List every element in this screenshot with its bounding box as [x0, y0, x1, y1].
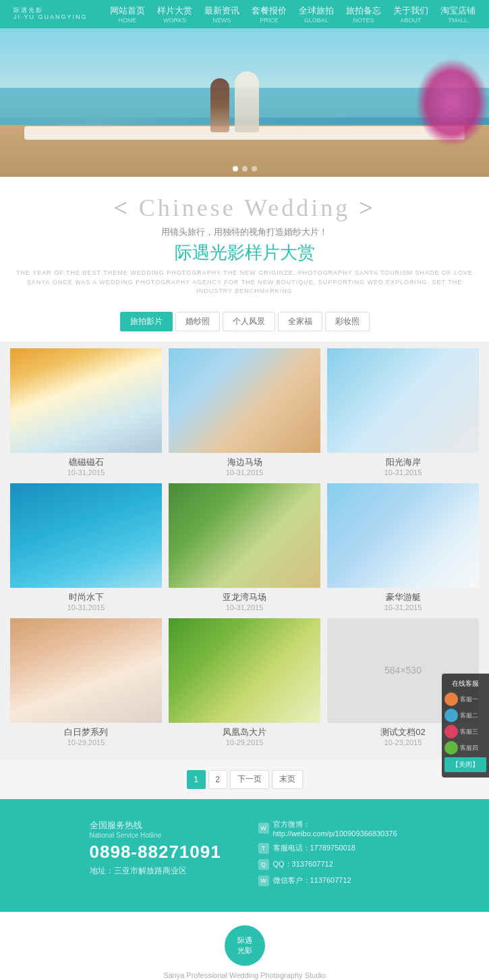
side-widget-avatar-2 — [444, 725, 458, 738]
footer-contact-0: W官方微博：http://weibo.com/p/100909366830376 — [258, 819, 400, 838]
hero-dots — [233, 166, 257, 171]
gallery-item-0-1[interactable]: 海边马场10-31,2015 — [169, 348, 320, 477]
gallery-date: 10-31,2015 — [169, 603, 320, 611]
pagination: 1 2 下一页 末页 — [0, 760, 489, 799]
hero-dot-2[interactable] — [242, 166, 248, 171]
title-section: < Chinese Wedding > 用镜头旅行，用独特的视角打造婚纱大片！ … — [0, 177, 489, 306]
side-widget-item-1[interactable]: 客服二 — [444, 709, 486, 722]
gallery-image-2-1 — [169, 618, 320, 723]
nav-link-网站首页[interactable]: 网站首页HOME — [110, 5, 145, 24]
gallery: 礁磁磁石10-31,2015海边马场10-31,2015阳光海岸10-31,20… — [0, 342, 489, 760]
footer-contact-icon-0: W — [258, 823, 269, 834]
footer-contact-2: QQQ：3137607712 — [258, 859, 400, 870]
footer-contact-text-2: QQ：3137607712 — [273, 859, 333, 869]
page-2-button[interactable]: 2 — [208, 770, 227, 789]
gallery-title: 时尚水下 — [10, 591, 162, 603]
nav-link-旅拍备忘[interactable]: 旅拍备忘NOTES — [346, 5, 381, 24]
gallery-caption-1-0: 时尚水下10-31,2015 — [10, 591, 162, 611]
hotline-label2: National Service Hotline — [90, 832, 231, 839]
footer-contact-3: W微信客户：1137607712 — [258, 875, 400, 886]
footer-contact-icon-1: T — [258, 843, 269, 854]
footer-contact-text-0: 官方微博：http://weibo.com/p/100909366830376 — [273, 819, 400, 838]
gallery-caption-0-0: 礁磁磁石10-31,2015 — [10, 456, 162, 477]
footer-contact-icon-2: Q — [258, 859, 269, 870]
gallery-row-0: 礁磁磁石10-31,2015海边马场10-31,2015阳光海岸10-31,20… — [10, 348, 479, 477]
filter-tabs: 旅拍影片婚纱照个人风景全家福彩妆照 — [0, 306, 489, 342]
gallery-title: 礁磁磁石 — [10, 456, 162, 468]
gallery-title: 阳光海岸 — [327, 456, 479, 468]
hotline-label: 全国服务热线 — [90, 819, 231, 832]
gallery-item-0-0[interactable]: 礁磁磁石10-31,2015 — [10, 348, 162, 477]
footer-contact-1: T客服电话：17789750018 — [258, 843, 400, 854]
footer: 全国服务热线 National Service Hotline 0898-882… — [0, 799, 489, 981]
filter-tab-全家福[interactable]: 全家福 — [278, 312, 322, 331]
filter-tab-彩妆照[interactable]: 彩妆照 — [325, 312, 370, 331]
hero-banner — [0, 28, 489, 177]
side-widget-avatar-3 — [444, 741, 458, 755]
navigation: 际遇光影 JI·YU GUANGYING 网站首页HOME样片大赏WORKS最新… — [0, 0, 489, 28]
gallery-item-1-1[interactable]: 亚龙湾马场10-31,2015 — [169, 483, 320, 611]
footer-left: 全国服务热线 National Service Hotline 0898-882… — [90, 819, 231, 892]
footer-logo: 际遇 光影 — [225, 925, 265, 966]
nav-link-全球旅拍[interactable]: 全球旅拍GLOBAL — [299, 5, 334, 24]
gallery-image-1-2 — [327, 483, 479, 588]
side-widget-name-1: 客服二 — [460, 711, 478, 720]
gallery-date: 10-29,2015 — [10, 738, 162, 746]
gallery-date: 10-29,2015 — [169, 738, 320, 746]
nav-link-套餐报价[interactable]: 套餐报价PRICE — [252, 5, 287, 24]
filter-tab-个人风景[interactable]: 个人风景 — [223, 312, 275, 331]
gallery-date: 10-31,2015 — [327, 468, 479, 477]
side-widget-avatar-0 — [444, 692, 458, 706]
gallery-title: 海边马场 — [169, 456, 320, 468]
gallery-caption-1-2: 豪华游艇10-31,2015 — [327, 591, 479, 611]
side-widget-item-0[interactable]: 客服一 — [444, 692, 486, 706]
gallery-image-0-0 — [10, 348, 162, 453]
filter-tab-旅拍影片[interactable]: 旅拍影片 — [120, 312, 173, 331]
footer-contact-text-3: 微信客户：1137607712 — [273, 875, 351, 886]
filter-tab-婚纱照[interactable]: 婚纱照 — [175, 312, 220, 331]
side-widget-title: 在线客服 — [444, 679, 486, 688]
nav-link-淘宝店铺[interactable]: 淘宝店铺TMALL — [440, 5, 476, 24]
gallery-item-0-2[interactable]: 阳光海岸10-31,2015 — [327, 348, 479, 477]
gallery-image-0-1 — [169, 348, 320, 453]
side-widget: 在线客服 客服一客服二客服三客服四 【关闭】 — [442, 674, 489, 778]
gallery-title: 亚龙湾马场 — [169, 591, 320, 603]
cw-bracket-right: > — [350, 194, 375, 221]
subtitle-cn: 用镜头旅行，用独特的视角打造婚纱大片！ — [13, 226, 476, 238]
page-1-button[interactable]: 1 — [187, 770, 206, 789]
gallery-caption-0-2: 阳光海岸10-31,2015 — [327, 456, 479, 477]
chinese-wedding-title: < Chinese Wedding > — [13, 194, 476, 222]
next-page-button[interactable]: 下一页 — [230, 770, 269, 789]
gallery-item-2-0[interactable]: 白日梦系列10-29,2015 — [10, 618, 162, 746]
gallery-caption-2-1: 凤凰岛大片10-29,2015 — [169, 726, 320, 746]
gallery-date: 10-31,2015 — [169, 468, 320, 477]
logo-sub: JI·YU GUANGYING — [13, 14, 88, 21]
gallery-title: 豪华游艇 — [327, 591, 479, 603]
hero-dot-3[interactable] — [252, 166, 257, 171]
nav-link-样片大赏[interactable]: 样片大赏WORKS — [157, 5, 192, 24]
hero-dot-1[interactable] — [233, 166, 238, 171]
side-widget-item-2[interactable]: 客服三 — [444, 725, 486, 738]
side-widget-name-2: 客服三 — [460, 728, 478, 736]
side-widget-item-3[interactable]: 客服四 — [444, 741, 486, 755]
gallery-item-1-2[interactable]: 豪华游艇10-31,2015 — [327, 483, 479, 611]
nav-links: 网站首页HOME样片大赏WORKS最新资讯NEWS套餐报价PRICE全球旅拍GL… — [110, 5, 476, 24]
nav-link-关于我们[interactable]: 关于我们ABOUT — [393, 5, 428, 24]
last-page-button[interactable]: 末页 — [272, 770, 303, 789]
gallery-image-1-1 — [169, 483, 320, 588]
footer-contact-text-1: 客服电话：17789750018 — [273, 843, 355, 853]
gallery-row-2: 白日梦系列10-29,2015凤凰岛大片10-29,2015584×530测试文… — [10, 618, 479, 746]
desc-en: THE YEAR OF THE BEST THEME WEDDING PHOTO… — [13, 269, 476, 296]
gallery-date: 10-31,2015 — [327, 603, 479, 611]
gallery-image-0-2 — [327, 348, 479, 453]
gallery-item-2-1[interactable]: 凤凰岛大片10-29,2015 — [169, 618, 320, 746]
gallery-image-1-0 — [10, 483, 162, 588]
gallery-image-2-0 — [10, 618, 162, 723]
side-widget-close[interactable]: 【关闭】 — [444, 757, 486, 772]
main-title-cn: 际遇光影样片大赏 — [13, 241, 476, 265]
site-logo[interactable]: 际遇光影 JI·YU GUANGYING — [13, 7, 88, 21]
nav-link-最新资讯[interactable]: 最新资讯NEWS — [204, 5, 239, 24]
gallery-caption-0-1: 海边马场10-31,2015 — [169, 456, 320, 477]
gallery-item-1-0[interactable]: 时尚水下10-31,2015 — [10, 483, 162, 611]
gallery-title: 白日梦系列 — [10, 726, 162, 738]
